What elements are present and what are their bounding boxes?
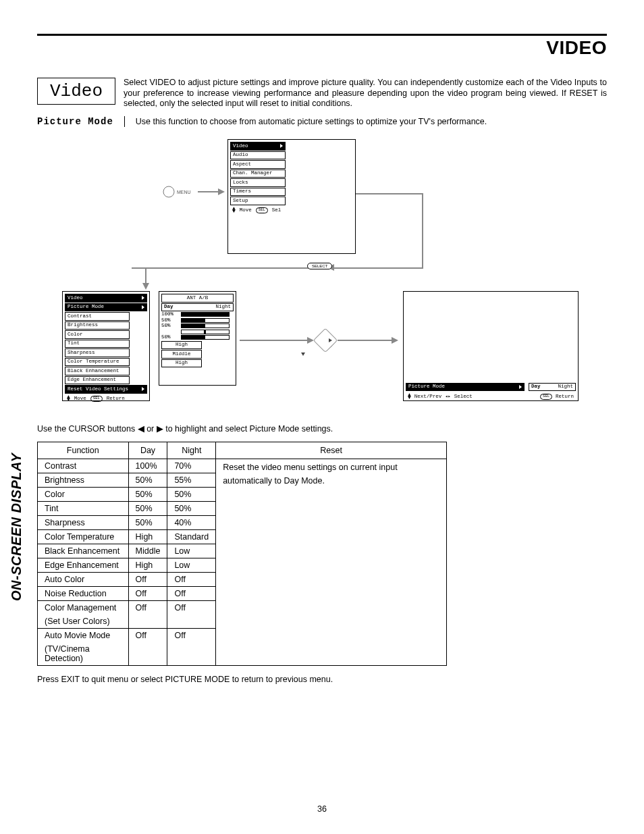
osd-val: 50% bbox=[161, 318, 171, 323]
osd-val: 50% bbox=[161, 335, 171, 340]
intro-paragraph: Select VIDEO to adjust picture settings … bbox=[124, 78, 607, 109]
osd-item: Audio bbox=[230, 151, 286, 160]
arrow-head-icon bbox=[142, 283, 149, 290]
osd-item: Locks bbox=[230, 178, 286, 187]
osd-item: Tint bbox=[65, 340, 130, 348]
osd-item: Sharpness bbox=[65, 348, 130, 357]
reset-description: Reset the video menu settings on current… bbox=[216, 459, 447, 666]
osd-pm-value: DayNight bbox=[161, 303, 234, 312]
osd-pm-panel: Picture Mode DayNight ▲▼Next/Prev ◂▸Sele… bbox=[403, 291, 579, 401]
osd-item: Edge Enhancement bbox=[65, 376, 130, 385]
arrow-line bbox=[132, 267, 423, 269]
osd-pm-title: Picture Mode bbox=[406, 383, 525, 392]
osd-item: Black Enhancement bbox=[65, 367, 130, 375]
arrow-line bbox=[240, 340, 307, 341]
osd-item: Contrast bbox=[65, 312, 130, 321]
osd-video-panel: Video Picture Mode Contrast Brightness C… bbox=[62, 291, 150, 401]
svg-point-0 bbox=[163, 186, 174, 197]
osd-footer: ▲▼Next/Prev ◂▸Select SEL Return bbox=[406, 392, 576, 400]
arrow-head-icon bbox=[218, 188, 225, 195]
osd-item-selected: Video bbox=[230, 142, 286, 151]
header-rule bbox=[37, 34, 607, 36]
svg-text:MENU: MENU bbox=[177, 190, 191, 194]
osd-values-panel: ANT A/B DayNight 100% 50% 50% 50% 50% Hi… bbox=[159, 291, 236, 386]
osd-item: Setup bbox=[230, 197, 286, 205]
cursor-right-icon: ▶ bbox=[157, 424, 163, 434]
arrow-head-icon bbox=[392, 337, 398, 344]
nav-right-icon bbox=[329, 338, 332, 342]
picture-mode-desc: Use this function to choose from automat… bbox=[136, 116, 487, 127]
vertical-divider bbox=[124, 116, 125, 127]
tint-bar bbox=[181, 330, 230, 334]
osd-main-panel: Video Audio Aspect Chan. Manager Locks T… bbox=[227, 139, 356, 254]
osd-val: 50% bbox=[161, 323, 171, 329]
osd-val: Middle bbox=[161, 350, 202, 359]
nav-down-icon bbox=[301, 353, 305, 356]
osd-val: High bbox=[161, 341, 202, 350]
nav-diamond-icon bbox=[313, 328, 338, 353]
osd-diagram: MENU Video Audio Aspect Chan. Manager Lo… bbox=[37, 139, 607, 406]
arrow-line bbox=[145, 267, 146, 284]
osd-source: ANT A/B bbox=[161, 294, 234, 303]
menu-button-icon: MENU bbox=[162, 185, 196, 199]
osd-pm-value: DayNight bbox=[529, 383, 576, 392]
cursor-left-icon: ◀ bbox=[138, 424, 144, 434]
arrow-line bbox=[356, 193, 423, 194]
osd-item-reset: Reset Video Settings bbox=[65, 385, 147, 394]
osd-title: Video bbox=[65, 294, 147, 303]
picture-mode-label: Picture Mode bbox=[37, 116, 113, 127]
osd-item: Aspect bbox=[230, 160, 286, 169]
arrow-head-icon bbox=[307, 337, 314, 344]
th-day: Day bbox=[128, 442, 167, 459]
osd-footer: ▲▼ Move SEL Return bbox=[65, 394, 147, 402]
osd-val: High bbox=[161, 359, 202, 368]
osd-val: 100% bbox=[161, 312, 173, 317]
video-section-box: Video bbox=[37, 78, 115, 105]
arrow-line bbox=[422, 193, 423, 267]
select-button-pill: SELECT bbox=[307, 263, 332, 269]
th-night: Night bbox=[167, 442, 216, 459]
osd-item: Color Temperature bbox=[65, 358, 130, 367]
osd-item: Color bbox=[65, 330, 130, 339]
osd-item-selected: Picture Mode bbox=[65, 303, 147, 312]
table-row: Contrast 100% 70% Reset the video menu s… bbox=[38, 459, 447, 473]
osd-item: Chan. Manager bbox=[230, 170, 286, 178]
th-reset: Reset bbox=[216, 442, 447, 459]
page-header-title: VIDEO bbox=[37, 37, 607, 59]
th-function: Function bbox=[38, 442, 129, 459]
cursor-instruction: Use the CURSOR buttons ◀ or ▶ to highlig… bbox=[37, 423, 607, 434]
arrow-line bbox=[338, 340, 392, 341]
settings-table: Function Day Night Reset Contrast 100% 7… bbox=[37, 442, 447, 666]
page-number: 36 bbox=[0, 804, 644, 814]
exit-instruction: Press EXIT to quit menu or select PICTUR… bbox=[37, 675, 607, 684]
arrow-line bbox=[198, 191, 218, 192]
osd-item: Timers bbox=[230, 188, 286, 197]
osd-footer: ▲▼ Move SEL Sel bbox=[230, 206, 353, 214]
osd-item: Brightness bbox=[65, 321, 130, 330]
sidebar-section-label: ON-SCREEN DISPLAY bbox=[9, 453, 24, 601]
